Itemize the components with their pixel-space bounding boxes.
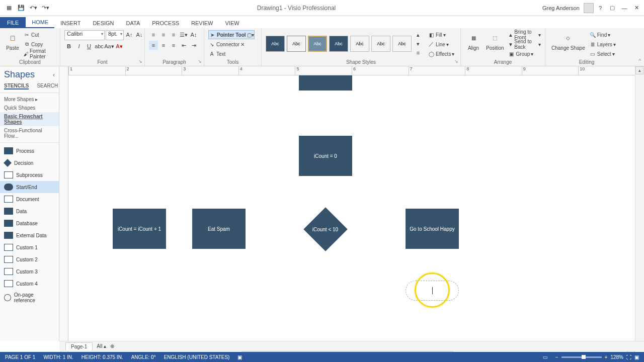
style-swatch-7[interactable]: Abc (392, 36, 412, 52)
macro-recording-icon[interactable]: ▣ (237, 354, 242, 360)
font-color-button[interactable]: A▾ (115, 42, 124, 51)
shape-go-school[interactable]: Go to School Happy (406, 209, 459, 249)
stencil-cross-functional[interactable]: Cross-Functional Flow... (0, 126, 59, 140)
styles-more[interactable]: ≡ (414, 48, 423, 57)
text-tool-button[interactable]: AText (208, 49, 225, 58)
shape-top-rect[interactable] (299, 75, 352, 90)
tab-design[interactable]: DESIGN (87, 18, 120, 28)
stencils-tab[interactable]: STENCILS (4, 83, 29, 89)
fit-page-icon[interactable]: ⛶ (626, 354, 631, 360)
tab-home[interactable]: HOME (26, 17, 54, 28)
add-page-button[interactable]: ⊕ (110, 343, 114, 349)
visio-icon[interactable]: ▦ (4, 3, 14, 13)
shape-custom-4[interactable]: Custom 4 (0, 278, 59, 290)
page-tab-1[interactable]: Page-1 (65, 342, 93, 350)
shape-process[interactable]: Process (0, 145, 59, 157)
redo-icon[interactable]: ↷▾ (40, 3, 50, 13)
font-name-select[interactable]: Calibri (64, 30, 105, 40)
send-back-button[interactable]: ▼Send to Back ▾ (508, 40, 541, 49)
page-tab-all[interactable]: All ▴ (97, 343, 106, 349)
styles-dialog-launcher[interactable]: ↘ (454, 59, 459, 64)
shape-decision[interactable]: iCount < 10 (303, 207, 348, 251)
save-icon[interactable]: 💾 (16, 3, 26, 13)
shape-document[interactable]: Document (0, 193, 59, 205)
tab-view[interactable]: VIEW (219, 18, 245, 28)
align-button[interactable]: ▦Align (465, 30, 482, 52)
effects-button[interactable]: ◯Effects ▾ (428, 49, 454, 58)
shrink-font-button[interactable]: A↓ (135, 30, 144, 39)
shape-start-end[interactable]: Start/End (0, 181, 59, 193)
styles-row-down[interactable]: ▾ (414, 39, 423, 48)
shape-icount-inc[interactable]: iCount = iCount + 1 (113, 209, 166, 249)
font-size-select[interactable]: 8pt. (106, 30, 124, 40)
font-dialog-launcher[interactable]: ↘ (138, 59, 143, 64)
tab-review[interactable]: REVIEW (185, 18, 219, 28)
undo-icon[interactable]: ↶▾ (28, 3, 38, 13)
ribbon-collapse-icon[interactable]: ^ (638, 58, 641, 64)
shape-database[interactable]: Database (0, 217, 59, 229)
close-icon[interactable]: ✕ (631, 3, 642, 14)
shape-eat-spam[interactable]: Eat Spam (192, 209, 246, 249)
zoom-in-button[interactable]: + (605, 354, 608, 360)
user-name[interactable]: Greg Anderson (542, 5, 580, 11)
shape-custom-2[interactable]: Custom 2 (0, 253, 59, 265)
change-shape-button[interactable]: ◇Change Shape (549, 30, 587, 52)
select-button[interactable]: ▭Select ▾ (589, 49, 616, 58)
align-right-button[interactable]: ≡ (169, 41, 178, 50)
group-button[interactable]: ▣Group ▾ (508, 49, 541, 58)
shape-decision[interactable]: Decision (0, 157, 59, 169)
align-middle-button[interactable]: ≡ (159, 30, 168, 39)
shape-onpage-ref[interactable]: On-page reference (0, 290, 59, 306)
shape-data[interactable]: Data (0, 205, 59, 217)
search-tab[interactable]: SEARCH (37, 83, 58, 89)
minimize-icon[interactable]: — (619, 3, 630, 14)
grow-font-button[interactable]: A↑ (125, 30, 134, 39)
maximize-icon[interactable]: ▢ (607, 3, 618, 14)
vertical-scrollbar[interactable]: ▴ (635, 66, 644, 341)
find-button[interactable]: 🔍Find ▾ (589, 30, 616, 39)
tab-insert[interactable]: INSERT (54, 18, 87, 28)
shape-custom-3[interactable]: Custom 3 (0, 265, 59, 278)
text-direction-button[interactable]: A↕ (189, 30, 198, 39)
tab-file[interactable]: FILE (0, 17, 26, 28)
fill-button[interactable]: ◧Fill ▾ (428, 30, 454, 39)
styles-row-up[interactable]: ▴ (414, 30, 423, 39)
drawing-surface[interactable]: iCount = 0 iCount = iCount + 1 Eat Spam … (68, 75, 635, 332)
tab-data[interactable]: DATA (120, 18, 146, 28)
tab-process[interactable]: PROCESS (146, 18, 185, 28)
zoom-slider[interactable] (561, 356, 602, 358)
zoom-out-button[interactable]: − (555, 354, 558, 360)
align-left-button[interactable]: ≡ (149, 41, 158, 50)
shape-custom-1[interactable]: Custom 1 (0, 241, 59, 253)
italic-button[interactable]: I (74, 42, 84, 51)
shape-external-data[interactable]: External Data (0, 229, 59, 241)
align-top-button[interactable]: ≡ (149, 30, 158, 39)
status-language[interactable]: ENGLISH (UNITED STATES) (164, 354, 230, 360)
zoom-level[interactable]: 128% (610, 354, 623, 360)
indent-button[interactable]: ⇥ (189, 41, 198, 50)
avatar[interactable] (584, 3, 594, 13)
shapes-collapse-icon[interactable]: ‹ (53, 71, 55, 78)
align-center-button[interactable]: ≡ (159, 41, 168, 50)
scroll-up-icon[interactable]: ▴ (635, 66, 643, 74)
shape-subprocess[interactable]: Subprocess (0, 169, 59, 181)
style-swatch-5[interactable]: Abc (350, 36, 369, 52)
layers-button[interactable]: ≣Layers ▾ (589, 40, 616, 49)
style-swatch-2[interactable]: Abc (287, 36, 306, 52)
bold-button[interactable]: B (64, 42, 73, 51)
stencil-more-shapes[interactable]: More Shapes ▸ (0, 95, 59, 104)
underline-button[interactable]: U (85, 42, 94, 51)
position-button[interactable]: ⬚Position (484, 30, 506, 52)
pointer-tool-button[interactable]: ➤Pointer Tool▢▾ (208, 30, 255, 39)
align-bottom-button[interactable]: ≡ (169, 30, 178, 39)
style-swatch-3[interactable]: Abc (308, 36, 327, 52)
style-swatch-4[interactable]: Abc (329, 36, 348, 52)
paragraph-dialog-launcher[interactable]: ↘ (198, 59, 203, 64)
bullets-button[interactable]: ☰▾ (179, 30, 188, 39)
style-swatch-6[interactable]: Abc (371, 36, 390, 52)
case-button[interactable]: Aa▾ (105, 42, 114, 51)
stencil-basic-flowchart[interactable]: Basic Flowchart Shapes (0, 112, 59, 126)
copy-button[interactable]: ⧉Copy (23, 40, 56, 49)
style-swatch-1[interactable]: Abc (266, 36, 285, 52)
strike-button[interactable]: abc (95, 42, 104, 51)
